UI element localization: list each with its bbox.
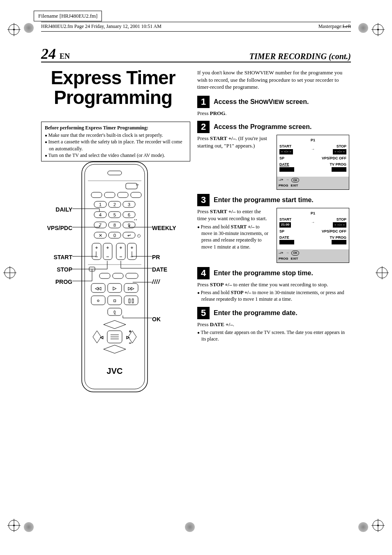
filename-box: Filename [HRJ480EU2.fm] (34, 11, 102, 21)
header-rule (41, 22, 351, 22)
step-4-bullet: Press and hold STOP +/– to move in 30-mi… (197, 289, 349, 302)
svg-point-27 (136, 184, 137, 185)
intro-text: If you don't know the SHOWVIEW number fo… (197, 69, 349, 91)
svg-point-28 (138, 184, 138, 185)
svg-text:6: 6 (128, 212, 130, 217)
page: Filename [HRJ480EU2.fm] HRJ480EU2.fm Pag… (0, 0, 392, 555)
masterpage-label: Masterpage:Left (318, 23, 351, 30)
gray-dot (358, 23, 368, 33)
step-2-title: Access the Programme screen. (214, 122, 311, 131)
svg-rect-23 (85, 164, 145, 389)
crop-circle-tr (371, 23, 385, 36)
step-4-head: 4 Enter the programme stop time. (197, 267, 349, 279)
step-1-number: 1 (197, 96, 210, 108)
svg-text:−: − (129, 341, 131, 345)
step-3-body: Press START +/– to enter the time you wa… (197, 208, 271, 250)
step-1-body: Press PROG. (197, 110, 349, 117)
prereq-item: Turn on the TV and select the video chan… (45, 152, 187, 159)
svg-point-51 (134, 219, 135, 220)
prereq-box: Before performing Express Timer Programm… (41, 122, 190, 161)
svg-text:0: 0 (113, 233, 116, 238)
gray-dot (24, 23, 34, 33)
screen-step-3: P1 START21:00→STOP– –:– – SPVPS/PDC OFF … (277, 208, 349, 263)
step-5-bullet: The current date appears on the TV scree… (197, 329, 349, 342)
svg-text:↵: ↵ (127, 233, 131, 238)
step-4-number: 4 (197, 267, 210, 279)
svg-point-52 (136, 219, 137, 220)
crop-circle-bl (7, 519, 21, 532)
svg-text:3: 3 (128, 202, 130, 207)
gray-dot (24, 522, 34, 532)
svg-text:0̲: 0̲ (113, 310, 116, 314)
step-1-head: 1 Access the SHOWVIEW screen. (197, 96, 349, 108)
header-rule-2 (41, 31, 351, 32)
svg-text:2: 2 (113, 202, 116, 207)
crop-circle-br (371, 519, 385, 532)
svg-text:JVC: JVC (107, 366, 123, 375)
step-5-number: 5 (197, 307, 210, 319)
svg-text:●: ● (97, 298, 99, 303)
doc-title: Express Timer Programming (41, 68, 185, 108)
step-1-title: Access the SHOWVIEW screen. (214, 97, 309, 106)
svg-text:▶: ▶ (113, 286, 116, 290)
svg-text:▷: ▷ (127, 335, 129, 339)
prereq-heading: Before performing Express Timer Programm… (45, 124, 187, 131)
page-number: 24 EN (41, 45, 70, 62)
svg-text:5: 5 (113, 212, 116, 217)
crop-circle-mr (376, 266, 389, 279)
right-column: If you don't know the SHOWVIEW number fo… (197, 69, 349, 346)
svg-text:❚❚: ❚❚ (128, 298, 134, 303)
step-2-head: 2 Access the Programme screen. (197, 121, 349, 133)
gray-dot (185, 522, 195, 532)
crop-circle-ml (3, 266, 16, 279)
title-rule (41, 62, 351, 62)
svg-text:■: ■ (113, 298, 116, 303)
svg-text:4: 4 (99, 212, 101, 217)
step-4-title: Enter the programme stop time. (214, 269, 313, 278)
prereq-item: Insert a cassette with the safety tab in… (45, 138, 187, 152)
gray-dot (358, 522, 368, 532)
svg-text:+: + (129, 329, 131, 334)
svg-text:⏲: ⏲ (137, 233, 141, 238)
step-3-bullet: Press and hold START +/– to move in 30-m… (197, 223, 271, 250)
remote-diagram: 1 2 3 4 5 6 7 8 9 ✕ 0 ↵ ⏲ (47, 160, 182, 394)
crop-circle-tl (7, 23, 21, 36)
svg-text:▶▶: ▶▶ (128, 286, 134, 290)
step-5-head: 5 Enter the programme date. (197, 307, 349, 319)
step-3-head: 3 Enter the programme start time. (197, 194, 349, 206)
svg-text:8: 8 (113, 223, 116, 228)
step-2-body: Press START +/–. (If you're just startin… (197, 135, 271, 149)
svg-text:◀◀: ◀◀ (95, 286, 101, 290)
step-5-title: Enter the programme date. (214, 309, 297, 318)
step-5-body: Press DATE +/–. The current date appears… (197, 321, 349, 343)
step-4-body: Press STOP +/– to enter the time you wan… (197, 281, 349, 303)
screen-step-2: P1 START– –:– –→STOP– –:– – SPVPS/PDC OF… (277, 135, 349, 190)
step-3-number: 3 (197, 194, 210, 206)
step-3-title: Enter the programme start time. (214, 196, 314, 205)
svg-text:1: 1 (99, 202, 101, 207)
header-line: HRJ480EU2.fm Page 24 Friday, January 12,… (41, 23, 161, 30)
section-title: TIMER RECORDING (cont.) (249, 52, 351, 61)
svg-text:◁: ◁ (100, 335, 103, 339)
prereq-item: Make sure that the recorder's built-in c… (45, 132, 187, 138)
step-2-number: 2 (197, 121, 210, 133)
svg-text:✕: ✕ (99, 233, 102, 238)
